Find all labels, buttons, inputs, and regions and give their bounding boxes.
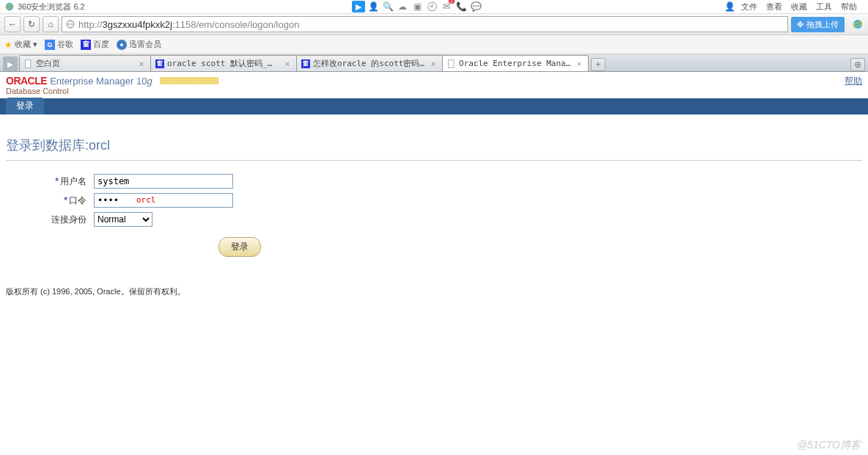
baidu-favicon-icon: 窗: [155, 59, 164, 68]
account-icon[interactable]: 👤: [723, 0, 736, 13]
mail-icon[interactable]: ✉2: [440, 0, 453, 13]
chat-icon[interactable]: 💬: [469, 0, 482, 13]
phone-icon[interactable]: 📞: [455, 0, 468, 13]
refresh-button[interactable]: ↻: [23, 16, 40, 32]
window-title: 360安全浏览器 6.2: [18, 1, 85, 12]
role-select[interactable]: Normal: [94, 212, 152, 227]
baidu-favicon-icon: 窗: [301, 59, 310, 68]
xunlei-icon: ●: [117, 40, 127, 50]
help-link[interactable]: 帮助: [845, 75, 862, 87]
login-nav-tab[interactable]: 登录: [6, 98, 44, 114]
em-header: ORACLE Enterprise Manager 10g Database C…: [0, 72, 868, 95]
tab-scott-password[interactable]: 窗 oracle scott 默认密码_百度搜 ×: [150, 55, 297, 71]
user-icon[interactable]: 👤: [367, 0, 380, 13]
favorites-button[interactable]: ★ 收藏 ▾: [4, 39, 37, 50]
tab-blank[interactable]: 空白页 ×: [19, 55, 151, 71]
em-subtitle: Database Control: [6, 87, 218, 95]
menu-view[interactable]: 查看: [762, 1, 786, 12]
bookmark-baidu[interactable]: 窗 百度: [81, 39, 109, 50]
menu-file[interactable]: 文件: [738, 1, 761, 12]
role-label: 连接身份: [21, 214, 94, 226]
svg-rect-8: [449, 59, 455, 68]
password-input[interactable]: [94, 193, 233, 208]
blank-page-icon: [24, 59, 33, 68]
bookmarks-bar: ★ 收藏 ▾ G 谷歌 窗 百度 ● 迅雷会员: [0, 35, 868, 54]
ie-logo-icon: [4, 1, 15, 12]
address-input[interactable]: http://3gszxxu4fpkxk2j:1158/em/console/l…: [62, 16, 788, 32]
menu-tools[interactable]: 工具: [812, 1, 836, 12]
blank-page-icon: [447, 59, 456, 68]
oracle-logo: ORACLE: [6, 75, 47, 87]
home-button[interactable]: ⌂: [43, 16, 59, 32]
svg-rect-7: [26, 59, 32, 68]
menu-help[interactable]: 帮助: [837, 1, 861, 12]
login-button[interactable]: 登录: [218, 237, 261, 257]
cloud-icon[interactable]: ☁: [396, 0, 409, 13]
tab-close-icon[interactable]: ×: [283, 59, 292, 68]
restore-tab-button[interactable]: ⊕: [850, 58, 865, 71]
login-heading: 登录到数据库:orcl: [6, 136, 862, 161]
top-center-icons: ▶ 👤 🔍 ☁ ▣ 🕘 ✉2 📞 💬: [352, 0, 482, 13]
search-icon[interactable]: 🔍: [381, 0, 394, 13]
header-stripe: [160, 77, 218, 84]
tab-oracle-em[interactable]: Oracle Enterprise Manager ×: [442, 55, 589, 71]
password-label: *口令: [21, 194, 94, 207]
drag-upload-button[interactable]: ✥ 拖拽上传: [791, 17, 845, 32]
login-form: *用户名 *口令 orcl 连接身份 Normal 登录: [21, 174, 862, 257]
username-label: *用户名: [21, 175, 94, 188]
menu-favorites[interactable]: 收藏: [787, 1, 811, 12]
back-button[interactable]: ←: [4, 16, 21, 32]
oracle-em-page: ORACLE Enterprise Manager 10g Database C…: [0, 72, 868, 305]
clock-icon[interactable]: 🕘: [425, 0, 438, 13]
tab-close-icon[interactable]: ×: [575, 59, 584, 68]
tab-change-scott[interactable]: 窗 怎样改oracle 的scott密码为默 ×: [296, 55, 443, 71]
star-icon: ★: [4, 40, 12, 50]
google-icon: G: [45, 40, 55, 50]
em-nav-bar: 登录: [0, 98, 868, 114]
em-title: Enterprise Manager 10g: [50, 76, 152, 87]
bookmark-xunlei[interactable]: ● 迅雷会员: [117, 39, 161, 50]
bookmark-google[interactable]: G 谷歌: [45, 39, 73, 50]
upload-icon: ✥: [797, 20, 803, 29]
ie-mode-icon[interactable]: [852, 18, 864, 30]
baidu-icon: 窗: [81, 40, 91, 50]
tab-history-button[interactable]: ▶: [3, 57, 18, 71]
upload-label: 拖拽上传: [806, 19, 839, 30]
top-right-menu: 👤 文件 查看 收藏 工具 帮助: [723, 0, 868, 13]
address-bar-row: ← ↻ ⌂ http://3gszxxu4fpkxk2j:1158/em/con…: [0, 13, 868, 35]
site-identity-icon[interactable]: [65, 19, 76, 29]
new-tab-button[interactable]: +: [591, 58, 606, 71]
mail-badge: 2: [449, 0, 455, 4]
video-icon[interactable]: ▶: [352, 1, 365, 12]
tab-close-icon[interactable]: ×: [429, 59, 438, 68]
em-content: 登录到数据库:orcl *用户名 *口令 orcl 连接身份 Normal: [0, 114, 868, 264]
username-input[interactable]: [94, 174, 233, 189]
em-footer: 版权所有 (c) 1996, 2005, Oracle。保留所有权利。: [0, 264, 868, 305]
url-text[interactable]: http://3gszxxu4fpkxk2j:1158/em/console/l…: [78, 19, 784, 30]
gallery-icon[interactable]: ▣: [411, 0, 424, 13]
tab-close-icon[interactable]: ×: [137, 59, 146, 68]
tabs-row: ▶ 空白页 × 窗 oracle scott 默认密码_百度搜 × 窗 怎样改o…: [0, 54, 868, 72]
